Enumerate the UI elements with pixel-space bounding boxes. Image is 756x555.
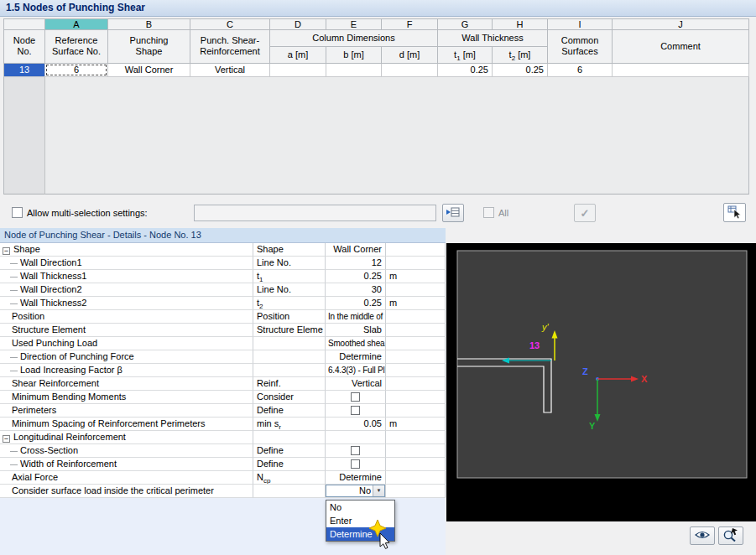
dropdown-option-enter[interactable]: Enter (326, 514, 394, 527)
detail-value[interactable]: 0.25 (326, 270, 386, 283)
row-load-increasing-factor[interactable]: Load Increasing Factor β 6.4.3(3) - Full… (0, 364, 446, 377)
row-wall-direction2[interactable]: Wall Direction2 Line No. 30 (0, 283, 446, 297)
detail-label: Used Punching Load (12, 338, 97, 348)
detail-prop: Shape (253, 243, 326, 257)
row-shear-reinforcement[interactable]: Shear Reinforcement Reinf. Vertical (0, 377, 446, 391)
detail-value[interactable]: Wall Corner (326, 243, 386, 257)
cell-reference-surface[interactable]: 6 (45, 64, 108, 77)
col-header-comment: Comment (613, 30, 749, 64)
all-checkbox[interactable] (483, 207, 494, 218)
cell-dim-d[interactable] (382, 64, 438, 77)
detail-value[interactable]: Determine (326, 350, 386, 364)
detail-label: Axial Force (12, 472, 58, 482)
row-axial-force[interactable]: Axial Force Ncp Determine (0, 471, 446, 485)
column-letter-d[interactable]: D (270, 18, 326, 30)
column-letter-h[interactable]: H (493, 18, 548, 30)
column-letter-e[interactable]: E (326, 18, 382, 30)
col-header-shear-reinforcement: Punch. Shear-Reinforcement (190, 30, 270, 64)
apply-to-selection-button[interactable] (442, 204, 464, 222)
row-position[interactable]: Position Position In the middle of (0, 310, 446, 324)
dropdown-option-determine[interactable]: Determine (326, 527, 394, 541)
multiselect-input[interactable] (194, 205, 436, 221)
column-letter-g[interactable]: G (438, 18, 493, 30)
collapse-icon[interactable]: − (3, 247, 10, 255)
magnifier-arrow-icon (722, 528, 739, 543)
detail-label: Cross-Section (20, 445, 78, 455)
detail-label: Width of Reinforcement (20, 459, 117, 469)
row-minimum-bending-moments[interactable]: Minimum Bending Moments Consider (0, 391, 446, 404)
eye-icon (695, 530, 710, 542)
col-header-punching-shape: PunchingShape (108, 30, 190, 64)
checkbox[interactable] (351, 406, 360, 415)
checkbox[interactable] (351, 459, 360, 469)
checkbox[interactable] (351, 392, 360, 402)
tree-branch-icon (10, 462, 18, 465)
row-wall-direction1[interactable]: Wall Direction1 Line No. 12 (0, 257, 446, 270)
multiselect-checkbox[interactable] (12, 207, 23, 218)
pick-node-button[interactable] (723, 203, 746, 222)
row-wall-thickness2[interactable]: Wall Thickness2 t2 0.25 m (0, 297, 446, 310)
combo-value: No (326, 485, 373, 496)
row-cross-section[interactable]: Cross-Section Define (0, 444, 446, 458)
column-letter-i[interactable]: I (548, 18, 613, 30)
surface-load-combobox[interactable]: No ▼ (326, 485, 385, 497)
detail-value[interactable]: Determine (326, 471, 386, 485)
col-header-common-surfaces: CommonSurfaces (548, 30, 613, 64)
detail-label: Minimum Bending Moments (12, 392, 126, 402)
global-x-label: X (641, 374, 648, 384)
row-direction-of-punching-force[interactable]: Direction of Punching Force Determine (0, 350, 446, 364)
column-letter-c[interactable]: C (190, 18, 270, 30)
column-letter-b[interactable]: B (108, 18, 190, 30)
slab-region (457, 251, 747, 478)
row-min-spacing-perimeters[interactable]: Minimum Spacing of Reinforcement Perimet… (0, 418, 446, 431)
cell-comment[interactable] (613, 64, 749, 77)
cell-reinforcement[interactable]: Vertical (190, 64, 270, 77)
cell-node-no[interactable]: 13 (3, 64, 45, 77)
tree-branch-icon (10, 288, 18, 291)
global-z-label: Z (582, 366, 588, 376)
detail-unit: m (386, 270, 446, 283)
show-picture-button[interactable] (690, 526, 715, 545)
dropdown-option-no[interactable]: No (326, 501, 394, 514)
checkbox[interactable] (351, 446, 360, 455)
column-letter-a[interactable]: A (45, 18, 108, 30)
cell-dim-a[interactable] (270, 64, 326, 77)
details-header: Node of Punching Shear - Details - Node … (0, 228, 446, 243)
row-width-of-reinforcement[interactable]: Width of Reinforcement Define (0, 458, 446, 471)
detail-value[interactable]: 30 (326, 283, 386, 297)
cell-common-surfaces[interactable]: 6 (548, 64, 613, 77)
detail-value[interactable]: Smoothed shea (326, 337, 386, 350)
cell-t1[interactable]: 0.25 (438, 64, 493, 77)
row-shape[interactable]: −Shape Shape Wall Corner (0, 243, 446, 257)
detail-value[interactable]: In the middle of (326, 310, 386, 324)
row-surface-load[interactable]: Consider surface load inside the critica… (0, 485, 446, 498)
row-wall-thickness1[interactable]: Wall Thickness1 t1 0.25 m (0, 270, 446, 283)
zoom-selection-button[interactable] (718, 526, 743, 545)
detail-value[interactable]: 12 (326, 257, 386, 270)
detail-value[interactable]: 0.05 (326, 418, 386, 431)
details-table: −Shape Shape Wall Corner Wall Direction1… (0, 243, 446, 498)
corner-header-cell (3, 18, 45, 30)
detail-value[interactable]: Vertical (326, 377, 386, 391)
detail-value[interactable]: 6.4.3(3) - Full Pl (326, 364, 386, 377)
column-letter-f[interactable]: F (382, 18, 438, 30)
chevron-down-icon[interactable]: ▼ (373, 485, 384, 496)
detail-label: Wall Direction1 (20, 257, 82, 267)
cell-t2[interactable]: 0.25 (493, 64, 548, 77)
row-longitudinal-reinforcement[interactable]: −Longitudinal Reinforcement (0, 431, 446, 444)
column-letter-j[interactable]: J (613, 18, 749, 30)
row-structure-element[interactable]: Structure Element Structure Eleme Slab (0, 324, 446, 337)
col-header-d: d [m] (382, 47, 438, 64)
cell-dim-b[interactable] (326, 64, 382, 77)
row-used-punching-load[interactable]: Used Punching Load Smoothed shea (0, 337, 446, 350)
confirm-button[interactable]: ✓ (574, 204, 596, 222)
cell-punching-shape[interactable]: Wall Corner (108, 64, 190, 77)
col-header-b: b [m] (326, 47, 382, 64)
row-perimeters[interactable]: Perimeters Define (0, 404, 446, 418)
col-group-wall-thickness: Wall Thickness (438, 30, 548, 47)
collapse-icon[interactable]: − (3, 435, 10, 443)
detail-value[interactable]: Slab (326, 324, 386, 337)
viewport-canvas[interactable]: y' 13 X Y Z (446, 243, 756, 521)
detail-value[interactable]: 0.25 (326, 297, 386, 310)
detail-label: Wall Direction2 (20, 284, 82, 294)
